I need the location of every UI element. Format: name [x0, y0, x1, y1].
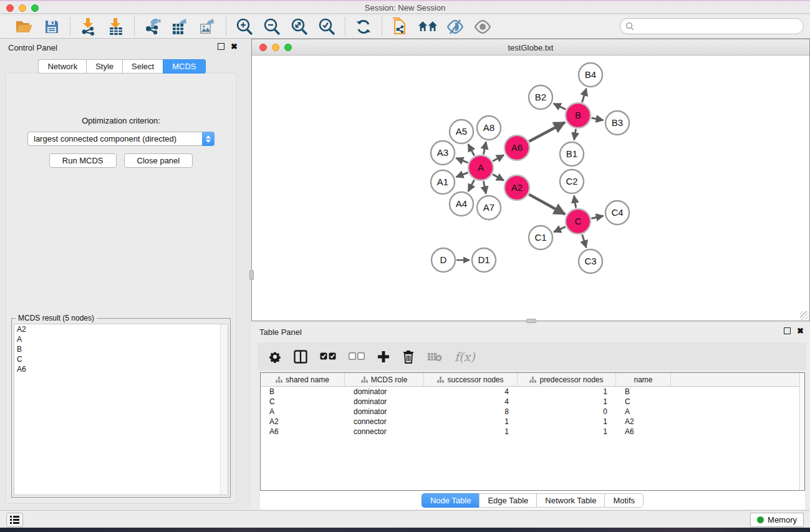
table-row[interactable]: Adominator80A: [261, 407, 804, 417]
refresh-icon[interactable]: [354, 17, 373, 36]
edge-B-B1[interactable]: [574, 129, 576, 140]
table-header-row[interactable]: shared nameMCDS rolesuccessor nodesprede…: [261, 373, 804, 387]
home-icon[interactable]: [418, 17, 437, 36]
zoom-out-icon[interactable]: [263, 17, 281, 36]
node-C1[interactable]: C1: [529, 226, 552, 249]
zoom-fit-icon[interactable]: [290, 17, 309, 36]
node-A6[interactable]: A6: [504, 135, 529, 160]
node-D1[interactable]: D1: [472, 248, 496, 272]
save-session-icon[interactable]: [42, 17, 61, 36]
edge-B-B3[interactable]: [592, 118, 604, 120]
table-settings-gear-icon[interactable]: [269, 348, 281, 365]
new-network-from-selection-icon[interactable]: [391, 17, 410, 36]
table-scrollbar[interactable]: [799, 373, 804, 490]
node-B2[interactable]: B2: [529, 85, 552, 109]
network-window-titlebar[interactable]: testGlobe.txt: [252, 39, 809, 56]
tab-network-table[interactable]: Network Table: [536, 493, 604, 508]
search-input[interactable]: [637, 22, 803, 31]
table-row[interactable]: Cdominator41C: [261, 397, 804, 407]
select-all-icon[interactable]: [320, 348, 336, 365]
node-B1[interactable]: B1: [560, 142, 584, 166]
node-C3[interactable]: C3: [579, 249, 602, 273]
zoom-selected-icon[interactable]: [317, 17, 336, 36]
mcds-result-item[interactable]: C: [14, 354, 228, 364]
node-D[interactable]: D: [432, 248, 455, 272]
node-C4[interactable]: C4: [605, 201, 629, 225]
edge-B-B2[interactable]: [554, 104, 566, 109]
trash-icon[interactable]: [402, 348, 415, 365]
export-table-icon[interactable]: [171, 17, 190, 36]
node-B3[interactable]: B3: [605, 111, 629, 135]
float-panel-icon[interactable]: [218, 43, 224, 50]
edge-C-C4[interactable]: [591, 216, 603, 218]
node-A1[interactable]: A1: [431, 170, 455, 194]
criterion-select[interactable]: largest connected component (directed): [27, 132, 215, 146]
edge-C-C1[interactable]: [554, 227, 566, 232]
add-column-icon[interactable]: [377, 348, 390, 365]
node-C[interactable]: C: [566, 209, 591, 234]
edge-A6-B[interactable]: [529, 122, 564, 141]
run-mcds-button[interactable]: Run MCDS: [49, 153, 117, 168]
table-row[interactable]: A6connector11A6: [261, 427, 804, 437]
show-columns-icon[interactable]: [294, 348, 307, 365]
import-table-icon[interactable]: [107, 17, 125, 36]
tab-motifs[interactable]: Motifs: [604, 493, 644, 508]
network-hscroll-thumb[interactable]: [526, 319, 536, 323]
mcds-result-item[interactable]: A2: [14, 324, 228, 334]
edge-A-A3[interactable]: [456, 158, 468, 163]
node-A4[interactable]: A4: [450, 192, 473, 216]
column-header-predecessor-nodes[interactable]: predecessor nodes: [518, 373, 616, 386]
tab-style[interactable]: Style: [86, 59, 122, 74]
edge-A-A5[interactable]: [468, 144, 475, 155]
zoom-in-icon[interactable]: [235, 17, 254, 36]
edge-A-A7[interactable]: [483, 181, 486, 194]
node-B4[interactable]: B4: [579, 63, 602, 87]
resize-grip[interactable]: [800, 311, 809, 320]
edge-A-A4[interactable]: [468, 180, 475, 191]
column-header-shared-name[interactable]: shared name: [261, 373, 345, 386]
delete-table-icon[interactable]: [427, 348, 442, 365]
tab-mcds[interactable]: MCDS: [163, 59, 205, 74]
close-panel-icon[interactable]: ✖: [231, 43, 238, 50]
column-header-name[interactable]: name: [616, 373, 671, 386]
edge-A-A2[interactable]: [493, 175, 504, 181]
node-A5[interactable]: A5: [450, 120, 473, 143]
node-A2[interactable]: A2: [504, 175, 529, 200]
node-C2[interactable]: C2: [560, 170, 584, 193]
close-table-panel-icon[interactable]: ✖: [797, 327, 804, 334]
network-vscroll-thumb[interactable]: [249, 270, 254, 280]
edge-A-A1[interactable]: [456, 173, 468, 177]
hide-graphics-details-icon[interactable]: [446, 17, 465, 36]
export-network-icon[interactable]: [143, 17, 162, 36]
import-network-icon[interactable]: [79, 17, 98, 36]
network-graph[interactable]: B4B2BB3B1A6A5A8A3AA1A4A7A2C2CC1C4C3DD1: [252, 56, 809, 321]
node-A[interactable]: A: [468, 155, 493, 180]
node-A8[interactable]: A8: [477, 116, 501, 140]
close-panel-button[interactable]: Close panel: [124, 153, 193, 168]
select-none-icon[interactable]: [349, 348, 365, 365]
node-B[interactable]: B: [566, 103, 591, 128]
show-graphics-details-icon[interactable]: [473, 17, 492, 36]
tab-node-table[interactable]: Node Table: [422, 493, 480, 508]
network-canvas[interactable]: B4B2BB3B1A6A5A8A3AA1A4A7A2C2CC1C4C3DD1: [252, 56, 809, 321]
node-A7[interactable]: A7: [477, 196, 501, 220]
tab-network[interactable]: Network: [38, 59, 86, 74]
column-header-successor-nodes[interactable]: successor nodes: [424, 373, 518, 386]
table-row[interactable]: Bdominator41B: [261, 387, 804, 397]
column-header-MCDS-role[interactable]: MCDS role: [345, 373, 424, 386]
edge-A2-C[interactable]: [529, 195, 565, 215]
mcds-result-item[interactable]: B: [14, 344, 228, 354]
node-A3[interactable]: A3: [431, 141, 455, 165]
mcds-result-item[interactable]: A: [14, 334, 228, 344]
export-image-icon[interactable]: [198, 17, 217, 36]
open-session-icon[interactable]: [15, 17, 34, 36]
tab-edge-table[interactable]: Edge Table: [479, 493, 536, 508]
edge-C-C2[interactable]: [574, 196, 576, 208]
edge-A-A8[interactable]: [483, 142, 486, 155]
node-table[interactable]: shared nameMCDS rolesuccessor nodesprede…: [260, 372, 805, 491]
edge-A-A6[interactable]: [493, 155, 504, 162]
edge-C-C3[interactable]: [582, 235, 587, 248]
mcds-result-list[interactable]: A2ABCA6: [14, 324, 228, 495]
tab-select[interactable]: Select: [122, 59, 163, 74]
result-list-scrollbar[interactable]: [220, 324, 228, 495]
